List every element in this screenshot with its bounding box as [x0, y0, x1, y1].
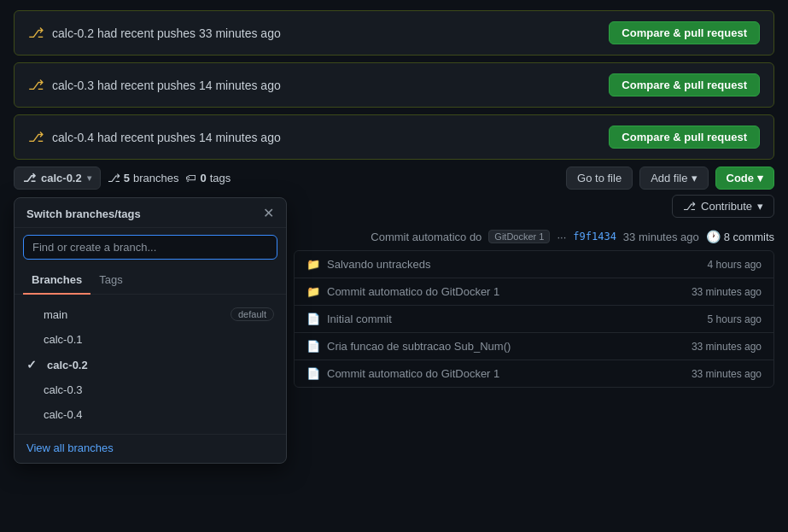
add-file-button[interactable]: Add file ▾: [639, 167, 708, 190]
file-row-left-4: 📄 Commit automatico do GitDocker 1: [306, 367, 692, 380]
dropdown-tabs: Branches Tags: [15, 266, 286, 295]
branch-name-calc03: calc-0.3: [44, 383, 83, 396]
default-badge: default: [231, 307, 274, 321]
table-row: 📄 Cria funcao de subtracao Sub_Num() 33 …: [295, 333, 773, 360]
branch-selector-icon: ⎇: [23, 172, 36, 184]
commits-count: 8 commits: [724, 231, 774, 243]
banner-calc-03: ⎇ calc-0.3 had recent pushes 14 minutes …: [14, 62, 774, 108]
file-icon-2: 📄: [306, 313, 320, 325]
commit-time: 33 minutes ago: [623, 231, 699, 243]
folder-icon-0: 📁: [306, 258, 320, 271]
compare-btn-0[interactable]: Compare & pull request: [609, 21, 760, 44]
table-row: 📁 Salvando untrackeds 4 hours ago: [295, 251, 773, 278]
folder-icon-1: 📁: [306, 285, 320, 298]
chevron-down-icon: ▾: [87, 173, 91, 183]
commit-hash-link[interactable]: f9f1434: [573, 231, 616, 243]
tab-branches[interactable]: Branches: [23, 266, 90, 295]
right-content: ⎇ Contribute ▾ Commit automatico do GitD…: [294, 190, 774, 388]
file-time-3: 33 minutes ago: [692, 341, 762, 353]
tag-count: 0: [200, 172, 206, 184]
commit-msg-3: Cria funcao de subtracao Sub_Num(): [327, 340, 511, 353]
add-file-label: Add file: [651, 172, 687, 184]
table-row: 📄 Initial commit 5 hours ago: [295, 306, 773, 333]
banner-calc-04: ⎇ calc-0.4 had recent pushes 14 minutes …: [14, 114, 774, 160]
toolbar-row: ⎇ calc-0.2 ▾ ⎇ 5 branches 🏷 0 tags Go to…: [14, 167, 774, 190]
branch-selector[interactable]: ⎇ calc-0.2 ▾: [14, 167, 101, 190]
banner-left-1: ⎇ calc-0.3 had recent pushes 14 minutes …: [28, 77, 281, 93]
contribute-fork-icon: ⎇: [683, 200, 696, 213]
banner-text-1: calc-0.3 had recent pushes 14 minutes ag…: [52, 79, 281, 92]
branch-label: branches: [133, 172, 178, 184]
banner-text-2: calc-0.4 had recent pushes 14 minutes ag…: [52, 131, 281, 144]
file-row-left-2: 📄 Initial commit: [306, 313, 708, 325]
table-row: 📁 Commit automatico do GitDocker 1 33 mi…: [295, 278, 773, 306]
view-all-branches-link[interactable]: View all branches: [15, 434, 286, 463]
file-row-left-3: 📄 Cria funcao de subtracao Sub_Num(): [306, 340, 692, 353]
branch-name-calc02: calc-0.2: [47, 359, 88, 371]
banner-left: ⎇ calc-0.2 had recent pushes 33 minutes …: [28, 25, 281, 41]
file-icon-4: 📄: [306, 367, 320, 380]
commit-msg-0: Salvando untrackeds: [327, 258, 430, 271]
dropdown-branch-list: main default calc-0.1 ✓ calc-0.2: [15, 298, 286, 430]
branch-count-link[interactable]: ⎇ 5 branches: [108, 172, 179, 184]
history-icon: 🕐: [706, 230, 721, 243]
code-chevron-icon: ▾: [757, 172, 763, 184]
branch-fork-icon: ⎇: [108, 172, 120, 184]
tab-tags[interactable]: Tags: [90, 266, 131, 295]
file-time-0: 4 hours ago: [708, 259, 762, 271]
file-time-4: 33 minutes ago: [692, 368, 762, 380]
branch-count: 5: [124, 172, 130, 184]
branch-item-calc-01[interactable]: calc-0.1: [15, 327, 286, 352]
branch-item-calc-03[interactable]: calc-0.3: [15, 377, 286, 402]
commit-message-preview: Commit automatico do: [371, 231, 482, 243]
banner-text-0: calc-0.2 had recent pushes 33 minutes ag…: [52, 26, 281, 40]
compare-btn-1[interactable]: Compare & pull request: [609, 73, 760, 96]
go-to-file-button[interactable]: Go to file: [566, 167, 633, 190]
banner-left-2: ⎇ calc-0.4 had recent pushes 14 minutes …: [28, 129, 281, 145]
file-icon-3: 📄: [306, 340, 320, 353]
branch-item-calc-04[interactable]: calc-0.4: [15, 402, 286, 427]
tag-count-link[interactable]: 🏷 0 tags: [185, 172, 231, 184]
file-row-left-0: 📁 Salvando untrackeds: [306, 258, 708, 271]
contribute-area: ⎇ Contribute ▾: [294, 190, 774, 223]
branch-selector-label: calc-0.2: [41, 172, 82, 184]
branch-item-main[interactable]: main default: [15, 301, 286, 327]
selected-check-icon: ✓: [26, 358, 37, 371]
branch-dropdown: Switch branches/tags ✕ Branches Tags mai…: [14, 197, 287, 464]
contribute-button[interactable]: ⎇ Contribute ▾: [672, 195, 774, 218]
commit-info-row: Commit automatico do GitDocker 1 ··· f9f…: [294, 223, 774, 247]
banner-calc-02: ⎇ calc-0.2 had recent pushes 33 minutes …: [14, 10, 774, 56]
branch-name-calc04: calc-0.4: [44, 408, 83, 421]
branch-name-main: main: [44, 308, 67, 321]
add-file-chevron-icon: ▾: [692, 172, 698, 184]
main-container: ⎇ calc-0.2 had recent pushes 33 minutes …: [0, 0, 788, 398]
commit-msg-1: Commit automatico do GitDocker 1: [327, 285, 499, 298]
tag-icon: 🏷: [185, 172, 196, 184]
commit-msg-4: Commit automatico do GitDocker 1: [327, 367, 499, 380]
contribute-label: Contribute: [701, 200, 752, 213]
file-list: 📁 Salvando untrackeds 4 hours ago 📁 Comm…: [294, 250, 774, 388]
commit-msg-2: Initial commit: [327, 313, 392, 325]
branch-icon-2: ⎇: [28, 129, 44, 145]
tag-label: tags: [210, 172, 231, 184]
branch-icon-1: ⎇: [28, 77, 44, 93]
compare-btn-2[interactable]: Compare & pull request: [609, 126, 760, 149]
gitdocker-tag[interactable]: GitDocker 1: [488, 230, 550, 243]
dropdown-title: Switch branches/tags: [26, 208, 141, 220]
code-label: Code: [727, 172, 755, 184]
code-button[interactable]: Code ▾: [715, 167, 775, 190]
contribute-chevron-icon: ▾: [757, 200, 763, 213]
file-time-1: 33 minutes ago: [692, 286, 762, 298]
branch-icon-0: ⎇: [28, 25, 44, 41]
file-row-left-1: 📁 Commit automatico do GitDocker 1: [306, 285, 692, 298]
branch-search-input[interactable]: [23, 235, 277, 260]
branch-item-calc-02[interactable]: ✓ calc-0.2: [15, 352, 286, 377]
branch-name-calc01: calc-0.1: [44, 333, 83, 346]
file-time-2: 5 hours ago: [708, 313, 762, 325]
dropdown-close-button[interactable]: ✕: [263, 207, 274, 220]
table-row: 📄 Commit automatico do GitDocker 1 33 mi…: [295, 360, 773, 387]
commit-ellipsis: ···: [557, 231, 566, 243]
dropdown-header: Switch branches/tags ✕: [15, 198, 286, 228]
commits-count-link[interactable]: 🕐 8 commits: [706, 230, 774, 243]
